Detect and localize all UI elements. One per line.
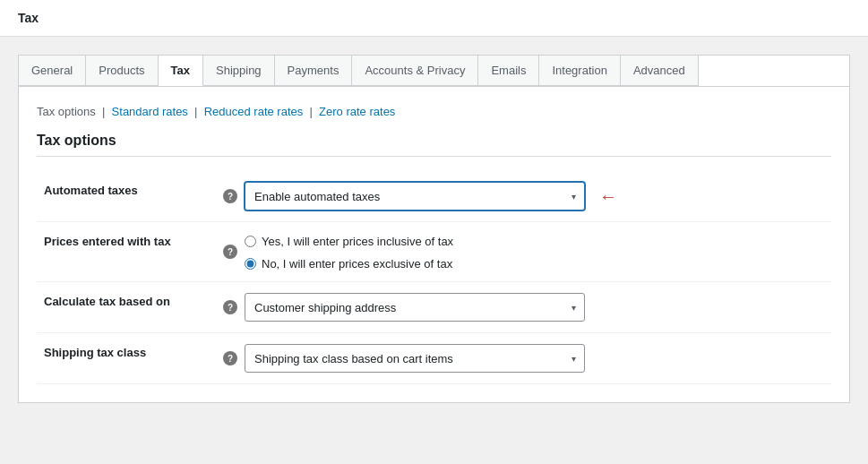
prices-inclusive-label: Yes, I will enter prices inclusive of ta… xyxy=(262,235,453,248)
calculate-tax-select-wrapper: Customer shipping address Customer billi… xyxy=(245,293,585,322)
tab-products[interactable]: Products xyxy=(86,56,158,86)
tab-tax[interactable]: Tax xyxy=(159,56,203,86)
calculate-tax-help-icon[interactable]: ? xyxy=(223,300,237,314)
main-panel: Tax options | Standard rates | Reduced r… xyxy=(18,86,850,403)
tab-payments[interactable]: Payments xyxy=(275,56,353,86)
subnav-link-standard[interactable]: Standard rates xyxy=(112,105,188,118)
shipping-tax-class-select-wrapper: Shipping tax class based on cart items S… xyxy=(245,344,585,373)
prices-with-tax-row: Prices entered with tax ? Yes, I will en… xyxy=(37,222,831,282)
prices-exclusive-option[interactable]: No, I will enter prices exclusive of tax xyxy=(245,257,453,271)
tab-accounts-privacy[interactable]: Accounts & Privacy xyxy=(352,56,478,86)
calculate-tax-select[interactable]: Customer shipping address Customer billi… xyxy=(245,293,585,322)
prices-exclusive-label: No, I will enter prices exclusive of tax xyxy=(262,257,452,271)
prices-inclusive-radio[interactable] xyxy=(245,236,256,247)
automated-taxes-select[interactable]: Enable automated taxes Disable automated… xyxy=(245,182,585,211)
automated-taxes-help-icon[interactable]: ? xyxy=(223,189,237,203)
prices-with-tax-help-icon[interactable]: ? xyxy=(223,245,237,259)
shipping-tax-class-label: Shipping tax class xyxy=(44,346,146,359)
prices-inclusive-option[interactable]: Yes, I will enter prices inclusive of ta… xyxy=(245,235,453,248)
tab-advanced[interactable]: Advanced xyxy=(621,56,699,86)
tab-emails[interactable]: Emails xyxy=(478,56,539,86)
page-title: Tax xyxy=(18,11,850,25)
subnav-link-zero[interactable]: Zero rate rates xyxy=(319,105,395,118)
arrow-indicator: ← xyxy=(599,186,617,207)
form-table: Automated taxes ? Enable automated taxes… xyxy=(37,171,831,384)
arrow-left-icon: ← xyxy=(599,186,617,207)
tabs-bar: General Products Tax Shipping Payments A… xyxy=(18,55,850,86)
prices-with-tax-field-row: ? Yes, I will enter prices inclusive of … xyxy=(223,233,824,271)
section-title: Tax options xyxy=(37,133,831,157)
shipping-tax-class-row: Shipping tax class ? Shipping tax class … xyxy=(37,333,831,384)
tab-shipping[interactable]: Shipping xyxy=(203,56,275,86)
automated-taxes-field-row: ? Enable automated taxes Disable automat… xyxy=(223,182,824,211)
shipping-tax-class-select[interactable]: Shipping tax class based on cart items S… xyxy=(245,344,585,373)
subnav-link-reduced[interactable]: Reduced rate rates xyxy=(204,105,304,118)
automated-taxes-label: Automated taxes xyxy=(44,184,138,197)
sub-nav: Tax options | Standard rates | Reduced r… xyxy=(37,105,831,118)
subnav-prefix: Tax options xyxy=(37,105,96,118)
tab-integration[interactable]: Integration xyxy=(539,56,620,86)
page-header: Tax xyxy=(0,0,868,37)
calculate-tax-row: Calculate tax based on ? Customer shippi… xyxy=(37,282,831,333)
calculate-tax-field-row: ? Customer shipping address Customer bil… xyxy=(223,293,824,322)
calculate-tax-label: Calculate tax based on xyxy=(44,295,170,308)
prices-with-tax-label: Prices entered with tax xyxy=(44,235,171,248)
tab-general[interactable]: General xyxy=(19,56,86,86)
shipping-tax-class-help-icon[interactable]: ? xyxy=(223,351,237,365)
automated-taxes-row: Automated taxes ? Enable automated taxes… xyxy=(37,171,831,222)
automated-taxes-select-wrapper: Enable automated taxes Disable automated… xyxy=(245,182,585,211)
shipping-tax-class-field-row: ? Shipping tax class based on cart items… xyxy=(223,344,824,373)
prices-with-tax-radio-group: Yes, I will enter prices inclusive of ta… xyxy=(245,235,453,271)
prices-exclusive-radio[interactable] xyxy=(245,258,256,270)
